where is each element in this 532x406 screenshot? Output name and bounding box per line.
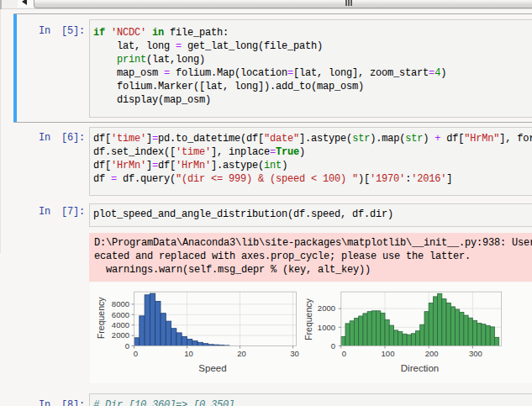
- svg-text:0: 0: [331, 341, 335, 351]
- svg-text:1000: 1000: [318, 323, 335, 332]
- svg-text:100: 100: [382, 349, 395, 358]
- svg-text:Direction: Direction: [401, 363, 439, 373]
- svg-text:Speed: Speed: [198, 363, 226, 373]
- svg-text:Frequency: Frequency: [97, 297, 107, 339]
- svg-text:2000: 2000: [318, 303, 335, 313]
- svg-text:0: 0: [342, 349, 346, 358]
- svg-text:30: 30: [290, 349, 299, 358]
- svg-text:10: 10: [184, 349, 193, 358]
- svg-text:20: 20: [237, 349, 246, 358]
- svg-text:4000: 4000: [112, 320, 129, 330]
- svg-text:300: 300: [469, 349, 482, 358]
- svg-text:2000: 2000: [112, 330, 129, 340]
- svg-text:Frequency: Frequency: [303, 298, 313, 340]
- svg-text:8000: 8000: [112, 299, 129, 308]
- svg-text:200: 200: [425, 349, 439, 358]
- svg-text:6000: 6000: [112, 310, 129, 319]
- svg-text:0: 0: [125, 341, 129, 351]
- svg-text:0: 0: [134, 349, 138, 358]
